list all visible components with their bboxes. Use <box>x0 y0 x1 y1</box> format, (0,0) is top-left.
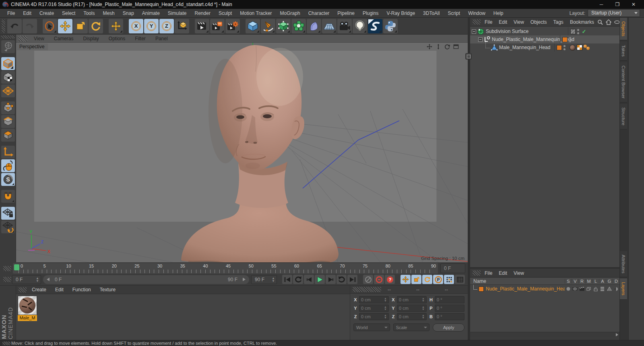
menu-item[interactable]: Render <box>191 10 215 16</box>
menu-item[interactable]: Sculpt <box>215 10 236 16</box>
manager-toggle-icon[interactable] <box>585 287 592 291</box>
keyframe-help-button[interactable]: ? <box>385 275 395 284</box>
size-y-field[interactable]: 0 cm▲▼ <box>397 305 427 312</box>
apply-button[interactable]: Apply <box>433 323 464 332</box>
sketch-and-toon-button[interactable] <box>368 19 382 33</box>
column-header[interactable]: M <box>585 279 592 284</box>
enable-snap-button[interactable]: S <box>1 173 15 186</box>
close-icon[interactable]: ✕ <box>625 0 642 8</box>
layer-row[interactable]: Nude_Plastic_Male_Mannequin_Head <box>470 285 619 293</box>
rotate-tool-button[interactable] <box>89 19 103 33</box>
layers-menu-item[interactable]: View <box>510 270 527 276</box>
spinner-icon[interactable]: ▲▼ <box>384 297 387 302</box>
live-selection-button[interactable] <box>43 19 57 33</box>
generators-toggle-icon[interactable] <box>606 287 613 291</box>
material-name[interactable]: Male_M <box>18 315 37 321</box>
transport-grip[interactable] <box>3 277 11 282</box>
menu-item[interactable]: Select <box>58 10 79 16</box>
deformers-toggle-icon[interactable] <box>613 287 619 291</box>
workplane-mode-button[interactable] <box>1 84 15 97</box>
menu-item[interactable]: Plugins <box>359 10 382 16</box>
column-header[interactable]: R <box>578 279 585 284</box>
coordinate-system-button[interactable] <box>175 19 189 33</box>
enable-axis-button[interactable] <box>1 146 15 159</box>
visibility-icon[interactable] <box>614 19 620 25</box>
size-x-field[interactable]: 0 cm▲▼ <box>397 296 427 303</box>
timeline-grip[interactable] <box>3 266 11 271</box>
viewport-menu-item[interactable]: Display <box>78 36 103 41</box>
lock-x-axis-button[interactable]: X <box>129 19 143 33</box>
spline-pen-button[interactable] <box>261 19 275 33</box>
points-mode-button[interactable] <box>1 101 15 114</box>
coordinates-grip[interactable] <box>353 287 381 292</box>
viewport-menu-item[interactable]: Cameras <box>49 36 78 41</box>
next-frame-button[interactable] <box>326 275 336 284</box>
visibility-dots-icon[interactable] <box>569 37 571 42</box>
menu-item[interactable]: Help <box>489 10 508 16</box>
python-script-button[interactable] <box>383 19 398 33</box>
object-manager-menu-item[interactable]: File <box>481 19 495 25</box>
status-grip[interactable] <box>2 342 10 345</box>
deformer-button[interactable] <box>307 19 321 33</box>
object-manager-menu-item[interactable]: Tags <box>550 19 567 25</box>
lock-workplane-button[interactable] <box>1 207 15 220</box>
material-preview[interactable] <box>18 296 37 315</box>
timeline-ruler[interactable]: 051015202530354045505560657075808590 <box>13 263 438 274</box>
lock-toggle-icon[interactable] <box>592 287 599 291</box>
enabled-check-icon[interactable]: ✓ <box>581 29 587 35</box>
object-manager-menu-item[interactable]: Bookmarks <box>567 19 597 25</box>
visibility-dots-icon[interactable] <box>577 29 579 34</box>
name-column-header[interactable]: Name <box>470 278 565 284</box>
menu-item[interactable]: File <box>3 10 19 16</box>
panel-divider[interactable] <box>468 18 470 340</box>
move-tool-button[interactable] <box>58 19 72 33</box>
material-grip[interactable] <box>19 287 27 292</box>
menu-item[interactable]: Animate <box>138 10 164 16</box>
spinner-icon[interactable]: ▲▼ <box>422 306 425 311</box>
menu-item[interactable]: Tools <box>79 10 99 16</box>
viewport-3d-scene[interactable]: Y X Z <box>16 43 468 262</box>
material-menu-item[interactable]: Function <box>68 287 95 292</box>
object-manager-menu-item[interactable]: Objects <box>527 19 550 25</box>
object-row-subdivision-surface[interactable]: Subdivision Surface ✓ <box>470 27 619 35</box>
vertical-tab[interactable]: Layers <box>620 278 627 299</box>
scale-tool-button[interactable] <box>73 19 88 33</box>
spinner-icon[interactable]: ▲▼ <box>422 297 425 302</box>
layer-swatch[interactable] <box>557 45 562 50</box>
menu-item[interactable]: Snap <box>119 10 138 16</box>
add-cube-button[interactable] <box>246 19 260 33</box>
lock-y-axis-button[interactable]: Y <box>144 19 159 33</box>
viewport-menu-item[interactable]: Panel <box>151 36 173 41</box>
edges-mode-button[interactable] <box>1 115 15 128</box>
vertical-tab[interactable]: Objects <box>620 18 627 40</box>
frame-range-slider[interactable]: 0 F 90 F <box>43 275 249 284</box>
column-header[interactable]: L <box>592 279 599 284</box>
animation-toggle-icon[interactable] <box>599 287 606 291</box>
vertical-tab[interactable]: Structure <box>620 104 627 130</box>
maximize-icon[interactable]: ❐ <box>609 0 625 8</box>
collapse-icon[interactable] <box>472 29 476 34</box>
home-icon[interactable] <box>606 19 611 25</box>
layer-name[interactable]: Nude_Plastic_Male_Mannequin_Head <box>486 286 565 292</box>
pos-y-field[interactable]: 0 cm▲▼ <box>359 305 389 312</box>
spinner-icon[interactable]: ▲▼ <box>272 277 275 282</box>
view-toggle-icon[interactable] <box>572 287 578 291</box>
viewport-content[interactable]: Perspective Grid Spacing : 10 cm <box>16 43 468 262</box>
object-manager-menu-item[interactable]: View <box>510 19 527 25</box>
object-name[interactable]: Subdivision Surface <box>486 29 528 34</box>
record-active-objects-button[interactable] <box>363 275 373 284</box>
object-name[interactable]: Male_Mannequin_Head <box>499 45 550 50</box>
transform-mode-dropdown[interactable]: Scale <box>393 323 430 331</box>
record-position-button[interactable] <box>400 275 411 284</box>
collapse-icon[interactable] <box>478 37 483 42</box>
spinner-icon[interactable]: ▲▼ <box>384 314 387 319</box>
lock-z-axis-button[interactable]: Z <box>159 19 174 33</box>
frame-display-field[interactable]: 0 F <box>440 264 465 273</box>
pos-x-field[interactable]: 0 cm▲▼ <box>359 296 389 303</box>
previous-frame-button[interactable] <box>304 275 314 284</box>
timeline-playhead[interactable] <box>14 264 19 270</box>
menu-item[interactable]: Character <box>304 10 334 16</box>
menu-item[interactable]: Window <box>464 10 489 16</box>
make-editable-button[interactable] <box>1 40 15 53</box>
layer-swatch[interactable] <box>562 37 568 42</box>
